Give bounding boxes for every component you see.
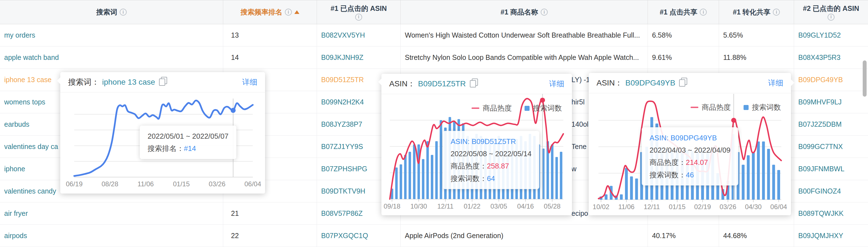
- clicked-asin-2-link[interactable]: B099GC7TNX: [798, 143, 843, 151]
- column-header-product-name-1[interactable]: #1 商品名称: [401, 0, 648, 24]
- copy-icon[interactable]: [470, 80, 476, 87]
- column-header-search-frequency-rank[interactable]: 搜索频率排名: [223, 0, 317, 24]
- clicked-asin-1-link[interactable]: B09D51Z5TR: [321, 76, 364, 84]
- x-axis-label: 01/15: [173, 180, 190, 188]
- search-term-link[interactable]: airpods: [4, 232, 27, 240]
- search-term-link[interactable]: air fryer: [4, 209, 28, 217]
- clicked-asin-1-link[interactable]: B07ZPHSHPG: [321, 165, 367, 173]
- search-term-link[interactable]: iphone: [4, 165, 25, 173]
- clicked-asin-1-link[interactable]: B08V57P86Z: [321, 209, 363, 217]
- clicked-asin-1-link[interactable]: B07ZJ1YY9S: [321, 143, 363, 151]
- info-icon[interactable]: [120, 9, 127, 15]
- search-term-link[interactable]: apple watch band: [4, 54, 59, 62]
- x-axis-label: 12/11: [437, 203, 454, 210]
- legend-item-search-terms[interactable]: 搜索词数: [525, 103, 562, 113]
- info-icon[interactable]: [773, 9, 780, 15]
- column-header-click-share-1[interactable]: #1 点击共享: [648, 0, 719, 24]
- clicked-asin-2-link[interactable]: B09JFNMBWL: [798, 165, 844, 173]
- popup-title-value: B09DPG49YB: [625, 78, 675, 87]
- clicked-asin-2-link[interactable]: B09JQMJHXY: [798, 232, 843, 240]
- conversion-share-1-value: 5.65%: [723, 31, 743, 39]
- product-name-1: Stretchy Nylon Solo Loop Bands Compatibl…: [405, 54, 639, 62]
- tooltip-metric-label: 搜索词数：: [650, 171, 686, 179]
- clicked-asin-1-link[interactable]: B09DTKTV9H: [321, 187, 365, 195]
- copy-icon[interactable]: [159, 78, 165, 86]
- clicked-asin-2-link[interactable]: B07J2Z5DBM: [798, 120, 842, 128]
- click-share-1-value: 6.58%: [652, 31, 672, 39]
- x-axis-label: 03/05: [491, 203, 507, 210]
- clicked-asin-1-link[interactable]: B099N2H2K4: [321, 98, 364, 106]
- clicked-asin-2-link[interactable]: B09GLY1D52: [798, 31, 841, 39]
- detail-link[interactable]: 详细: [768, 78, 783, 88]
- x-axis-label: 03/26: [209, 180, 225, 188]
- sort-asc-icon[interactable]: [294, 10, 299, 14]
- search-term-link[interactable]: valentines candy: [4, 187, 56, 195]
- line-marker-icon: [471, 107, 479, 109]
- column-header-clicked-asin-2[interactable]: #2 已点击的 ASIN: [794, 0, 868, 24]
- tooltip-metric-label: 搜索排名：: [148, 144, 184, 152]
- clicked-asin-2-link[interactable]: B089TQWJKK: [798, 209, 844, 217]
- clicked-asin-2-link[interactable]: B09MHVF9LJ: [798, 98, 842, 106]
- x-axis-label: 09/18: [384, 203, 400, 210]
- tooltip-metric-value: 214.07: [686, 158, 708, 167]
- search-term-link[interactable]: valentines day ca: [4, 143, 58, 151]
- info-icon[interactable]: [700, 9, 707, 15]
- product-name-1: Apple AirPods (2nd Generation): [405, 232, 503, 240]
- legend-item-product-heat[interactable]: 商品热度: [690, 103, 731, 112]
- search-term-link[interactable]: womens tops: [4, 98, 45, 106]
- info-icon[interactable]: [828, 14, 835, 21]
- product-name-1-fragment: Tene: [571, 136, 587, 157]
- x-axis-label: 10/30: [410, 203, 427, 210]
- x-axis-label: 04/16: [517, 203, 534, 210]
- column-header-label: #1 点击共享: [660, 7, 698, 17]
- legend-item-product-heat[interactable]: 商品热度: [471, 103, 512, 113]
- column-header-conversion-share-1[interactable]: #1 转化共享: [719, 0, 794, 24]
- x-axis-label: 06/19: [66, 180, 83, 188]
- tooltip-metric-value: 258.87: [487, 162, 509, 170]
- detail-link[interactable]: 详细: [242, 77, 257, 87]
- column-header-clicked-asin-1[interactable]: #1 已点击的 ASIN: [317, 0, 401, 24]
- x-axis-label: 10/02: [593, 203, 609, 211]
- click-share-1-value: 9.61%: [652, 54, 672, 62]
- clicked-asin-1-link[interactable]: B082VXV5YH: [321, 31, 365, 39]
- table-row: airpods 22 B07PXGQC1Q Apple AirPods (2nd…: [0, 225, 868, 247]
- x-axis-label: 08/28: [101, 180, 118, 188]
- x-axis-label: 12/11: [644, 203, 660, 211]
- tooltip-metric-label: 商品热度：: [650, 158, 686, 167]
- clicked-asin-2-link[interactable]: B08X43P5R3: [798, 54, 841, 62]
- detail-link[interactable]: 详细: [549, 79, 564, 89]
- search-term-link[interactable]: earbuds: [4, 120, 29, 128]
- column-header-search-term[interactable]: 搜索词: [0, 0, 223, 24]
- vertical-scrollbar-thumb[interactable]: [863, 61, 867, 97]
- legend-label: 搜索词数: [533, 103, 562, 113]
- x-axis-label: 11/06: [618, 203, 634, 211]
- search-term-link[interactable]: my orders: [4, 31, 35, 39]
- asin1-trend-popup: ASIN： B09D51Z5TR 详细 商品热度 搜索词数 09/1810/30…: [381, 74, 572, 215]
- bar-marker-icon: [744, 105, 749, 110]
- legend-label: 商品热度: [483, 103, 512, 113]
- copy-icon[interactable]: [679, 79, 685, 86]
- clicked-asin-1-link[interactable]: B08JYZ38P7: [321, 120, 362, 128]
- search-frequency-rank-value: 21: [231, 209, 239, 217]
- clicked-asin-1-link[interactable]: B09JKJNH9Z: [321, 54, 363, 62]
- info-icon[interactable]: [355, 14, 362, 21]
- search-term-link[interactable]: iphone 13 case: [4, 76, 52, 84]
- clicked-asin-1-link[interactable]: B07PXGQC1Q: [321, 232, 368, 240]
- column-header-label: 搜索词: [96, 7, 117, 17]
- product-name-1-fragment: LY) -1: [571, 69, 590, 91]
- x-axis-label: 01/15: [669, 203, 685, 211]
- legend-label: 搜索词数: [752, 103, 781, 112]
- popup-header: ASIN： B09DPG49YB 详细: [589, 73, 791, 93]
- clicked-asin-2-link[interactable]: B00FGINOZ4: [798, 187, 841, 195]
- tooltip-metric-value: 46: [686, 171, 694, 179]
- column-header-label: #1 转化共享: [733, 7, 771, 17]
- legend-item-search-terms[interactable]: 搜索词数: [744, 103, 781, 112]
- table-row: my orders 13 B082VXV5YH Women's High Wai…: [0, 24, 868, 46]
- product-name-1-fragment: hir5l: [571, 91, 585, 113]
- popup-title-value: iphone 13 case: [102, 78, 155, 86]
- product-name-1-fragment: w: [571, 158, 577, 180]
- click-share-1-value: 40.17%: [652, 232, 676, 240]
- clicked-asin-2-link[interactable]: B09DPG49YB: [798, 76, 843, 84]
- info-icon[interactable]: [541, 9, 548, 15]
- info-icon[interactable]: [285, 9, 292, 15]
